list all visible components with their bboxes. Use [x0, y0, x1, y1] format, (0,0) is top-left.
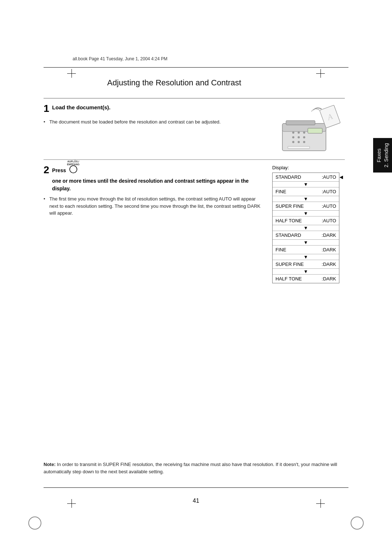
display-row-6-right: :DARK: [322, 247, 336, 252]
bottom-border: [44, 487, 348, 488]
svg-rect-2: [286, 121, 315, 125]
arrow-2: ▼: [273, 196, 339, 202]
display-row-4: HALF TONE :AUTO: [273, 216, 339, 225]
side-tab-text: Faxes: [376, 148, 382, 162]
selected-indicator-1: ◄: [338, 174, 344, 181]
corner-decoration-bl: [28, 516, 41, 530]
note-section: Note: In order to transmit in SUPER FINE…: [44, 461, 345, 475]
display-row-1-left: STANDARD: [275, 174, 322, 180]
svg-point-7: [298, 136, 300, 138]
display-row-8: HALF TONE :DARK: [273, 275, 339, 283]
display-row-7-left: SUPER FINE: [275, 262, 322, 267]
svg-rect-13: [288, 146, 310, 149]
display-row-7: SUPER FINE :DARK: [273, 260, 339, 269]
display-row-3: SUPER FINE :AUTO: [273, 202, 339, 211]
svg-point-10: [298, 141, 300, 143]
display-row-4-right: :AUTO: [322, 218, 336, 223]
page-title: Adjusting the Resolution and Contrast: [0, 78, 348, 88]
svg-point-3: [292, 131, 294, 134]
display-row-5: STANDARD :DARK: [273, 231, 339, 240]
svg-point-8: [303, 136, 305, 138]
main-content: 1 Load the document(s). The document mus…: [44, 98, 345, 475]
svg-point-4: [298, 131, 300, 134]
display-row-8-right: :DARK: [322, 276, 336, 281]
display-row-1: STANDARD :AUTO ◄: [273, 173, 339, 182]
display-row-8-left: HALF TONE: [275, 276, 322, 281]
svg-point-5: [303, 131, 305, 134]
registration-mark-tl: [67, 69, 76, 78]
arrow-5: ▼: [273, 240, 339, 246]
display-row-6-left: FINE: [275, 247, 322, 252]
display-row-5-right: :DARK: [322, 232, 336, 238]
top-border: [44, 67, 348, 68]
display-row-7-right: :DARK: [322, 262, 336, 267]
button-label-top: AUFLÖS./: [67, 160, 79, 163]
display-row-2-right: :AUTO: [322, 189, 336, 194]
resolution-button-icon[interactable]: [69, 165, 78, 174]
display-row-2: FINE :AUTO: [273, 187, 339, 196]
arrow-7: ▼: [273, 269, 339, 275]
step1-heading: Load the document(s).: [52, 104, 111, 111]
step1-fax-illustration: A: [272, 104, 345, 154]
display-row-6: FINE :DARK: [273, 246, 339, 254]
arrow-1: ▼: [273, 182, 339, 187]
svg-point-6: [292, 136, 294, 138]
display-row-3-left: SUPER FINE: [275, 203, 322, 209]
svg-point-16: [70, 166, 77, 173]
display-row-5-left: STANDARD: [275, 232, 322, 238]
step1-left: 1 Load the document(s). The document mus…: [44, 104, 265, 154]
step2-heading-middle: one or more times until the desired reso…: [52, 177, 265, 193]
step2-press-label: Press: [52, 167, 66, 174]
fax-machine-svg: A: [275, 104, 342, 154]
display-label: Display:: [272, 165, 345, 170]
file-info: all.book Page 41 Tuesday, June 1, 2004 4…: [73, 56, 167, 61]
step2-number: 2: [44, 165, 49, 175]
step1-bullet: The document must be loaded before the r…: [44, 118, 265, 126]
step2-left: 2 Press AUFLÖS./ EMPFANG one or more tim…: [44, 165, 265, 283]
side-tab-text2: 2. Sending: [383, 143, 389, 167]
svg-point-9: [292, 141, 294, 143]
display-row-1-right: :AUTO: [322, 174, 336, 180]
registration-mark-tr: [316, 69, 325, 78]
page-number: 41: [0, 498, 392, 504]
svg-point-11: [303, 141, 305, 143]
display-row-4-left: HALF TONE: [275, 218, 322, 223]
arrow-4: ▼: [273, 225, 339, 231]
corner-decoration-br: [351, 516, 364, 530]
note-bold: Note:: [44, 462, 56, 467]
side-tab: Faxes 2. Sending: [373, 138, 392, 173]
arrow-3: ▼: [273, 211, 339, 216]
display-row-2-left: FINE: [275, 189, 322, 194]
step2-display-panel: Display: STANDARD :AUTO ◄ ▼ FINE :AUTO ▼…: [272, 165, 345, 283]
arrow-6: ▼: [273, 254, 339, 260]
display-table: STANDARD :AUTO ◄ ▼ FINE :AUTO ▼ SUPER FI…: [272, 173, 339, 283]
button-label-bottom: EMPFANG: [67, 163, 79, 166]
svg-rect-12: [308, 128, 322, 133]
step1-number: 1: [44, 104, 49, 114]
display-row-3-right: :AUTO: [322, 203, 336, 209]
step1-section: 1 Load the document(s). The document mus…: [44, 98, 345, 160]
step2-section: 2 Press AUFLÖS./ EMPFANG one or more tim…: [44, 160, 345, 283]
step2-bullet: The first time you move through the list…: [44, 195, 265, 217]
note-text: In order to transmit in SUPER FINE resol…: [44, 462, 337, 474]
